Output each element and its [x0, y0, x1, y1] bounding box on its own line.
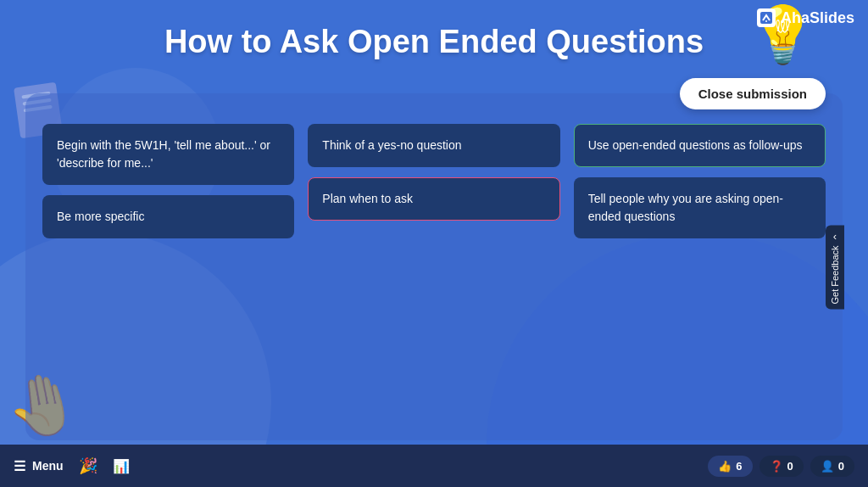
reaction-count: 6	[736, 460, 742, 473]
card-3-2: Tell people why you are asking open-ende…	[574, 177, 826, 238]
bottom-bar: ☰ Menu 🎉 📊 👍 6 ❓ 0 👤 0	[0, 445, 868, 487]
menu-label: Menu	[32, 459, 64, 473]
user-icon: 👤	[821, 460, 834, 473]
card-column-3: Use open-ended questions as follow-ups T…	[574, 124, 826, 238]
bottom-left-controls: ☰ Menu 🎉 📊	[14, 456, 130, 475]
page-title: How to Ask Open Ended Questions	[0, 24, 868, 60]
cards-grid: Begin with the 5W1H, 'tell me about...' …	[42, 124, 826, 238]
chart-icon[interactable]: 📊	[113, 458, 130, 474]
user-count: 0	[838, 460, 844, 473]
content-area: Close submission Begin with the 5W1H, 't…	[25, 93, 843, 440]
card-2-1: Think of a yes-no question	[308, 124, 559, 167]
card-2-2: Plan when to ask	[308, 177, 559, 221]
card-column-1: Begin with the 5W1H, 'tell me about...' …	[42, 124, 294, 238]
card-1-1: Begin with the 5W1H, 'tell me about...' …	[42, 124, 294, 185]
feedback-label: Get Feedback	[830, 245, 840, 304]
menu-icon: ☰	[14, 458, 25, 474]
feedback-arrow: ‹	[833, 230, 837, 243]
svg-point-1	[765, 20, 767, 22]
card-column-2: Think of a yes-no question Plan when to …	[308, 124, 559, 238]
celebrate-icon[interactable]: 🎉	[79, 456, 97, 475]
question-count-badge: ❓ 0	[760, 456, 804, 477]
thumbs-up-icon: 👍	[718, 460, 732, 473]
user-count-badge: 👤 0	[810, 456, 854, 477]
menu-button[interactable]: ☰ Menu	[14, 458, 64, 474]
reaction-count-badge: 👍 6	[708, 456, 752, 477]
bottom-right-stats: 👍 6 ❓ 0 👤 0	[708, 456, 854, 477]
close-submission-button[interactable]: Close submission	[680, 78, 826, 109]
question-icon: ❓	[770, 460, 783, 473]
question-count: 0	[787, 460, 793, 473]
card-3-1: Use open-ended questions as follow-ups	[574, 124, 826, 167]
card-1-2: Be more specific	[42, 195, 294, 238]
